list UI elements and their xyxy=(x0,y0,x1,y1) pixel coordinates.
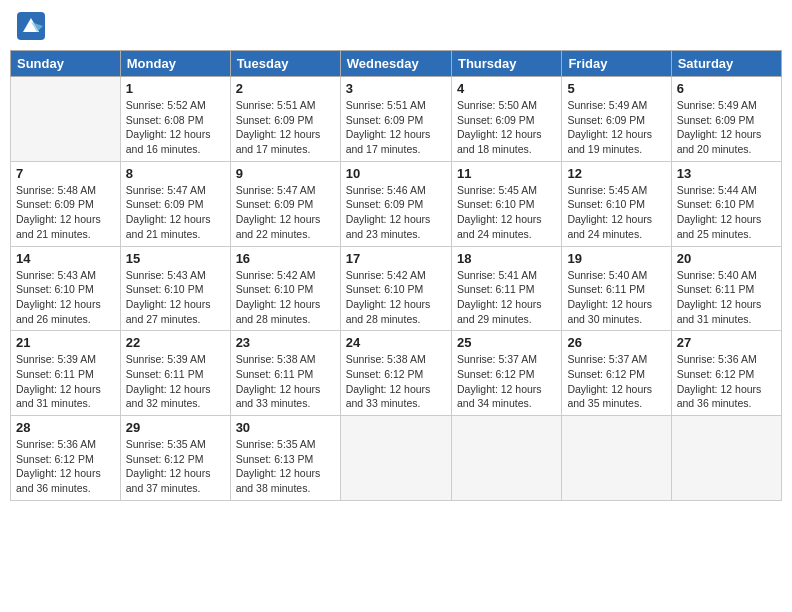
calendar-week-3: 14Sunrise: 5:43 AMSunset: 6:10 PMDayligh… xyxy=(11,246,782,331)
day-number: 15 xyxy=(126,251,225,266)
calendar-cell: 20Sunrise: 5:40 AMSunset: 6:11 PMDayligh… xyxy=(671,246,781,331)
calendar-cell: 14Sunrise: 5:43 AMSunset: 6:10 PMDayligh… xyxy=(11,246,121,331)
day-info: Sunrise: 5:36 AMSunset: 6:12 PMDaylight:… xyxy=(16,437,115,496)
day-number: 20 xyxy=(677,251,776,266)
calendar-week-5: 28Sunrise: 5:36 AMSunset: 6:12 PMDayligh… xyxy=(11,416,782,501)
calendar-cell: 22Sunrise: 5:39 AMSunset: 6:11 PMDayligh… xyxy=(120,331,230,416)
day-number: 2 xyxy=(236,81,335,96)
day-info: Sunrise: 5:36 AMSunset: 6:12 PMDaylight:… xyxy=(677,352,776,411)
day-info: Sunrise: 5:39 AMSunset: 6:11 PMDaylight:… xyxy=(126,352,225,411)
day-info: Sunrise: 5:43 AMSunset: 6:10 PMDaylight:… xyxy=(126,268,225,327)
day-number: 9 xyxy=(236,166,335,181)
day-number: 25 xyxy=(457,335,556,350)
calendar-cell: 3Sunrise: 5:51 AMSunset: 6:09 PMDaylight… xyxy=(340,77,451,162)
day-info: Sunrise: 5:49 AMSunset: 6:09 PMDaylight:… xyxy=(677,98,776,157)
day-number: 13 xyxy=(677,166,776,181)
day-info: Sunrise: 5:47 AMSunset: 6:09 PMDaylight:… xyxy=(126,183,225,242)
calendar-cell: 11Sunrise: 5:45 AMSunset: 6:10 PMDayligh… xyxy=(451,161,561,246)
day-info: Sunrise: 5:45 AMSunset: 6:10 PMDaylight:… xyxy=(457,183,556,242)
day-info: Sunrise: 5:52 AMSunset: 6:08 PMDaylight:… xyxy=(126,98,225,157)
calendar-cell: 27Sunrise: 5:36 AMSunset: 6:12 PMDayligh… xyxy=(671,331,781,416)
weekday-header-thursday: Thursday xyxy=(451,51,561,77)
weekday-header-monday: Monday xyxy=(120,51,230,77)
calendar-cell: 5Sunrise: 5:49 AMSunset: 6:09 PMDaylight… xyxy=(562,77,671,162)
day-number: 3 xyxy=(346,81,446,96)
calendar-cell: 13Sunrise: 5:44 AMSunset: 6:10 PMDayligh… xyxy=(671,161,781,246)
day-number: 1 xyxy=(126,81,225,96)
calendar-cell: 17Sunrise: 5:42 AMSunset: 6:10 PMDayligh… xyxy=(340,246,451,331)
calendar-cell xyxy=(671,416,781,501)
weekday-header-friday: Friday xyxy=(562,51,671,77)
calendar-cell: 26Sunrise: 5:37 AMSunset: 6:12 PMDayligh… xyxy=(562,331,671,416)
calendar-cell xyxy=(451,416,561,501)
weekday-header-sunday: Sunday xyxy=(11,51,121,77)
calendar-cell xyxy=(340,416,451,501)
day-number: 4 xyxy=(457,81,556,96)
calendar-cell: 21Sunrise: 5:39 AMSunset: 6:11 PMDayligh… xyxy=(11,331,121,416)
day-info: Sunrise: 5:44 AMSunset: 6:10 PMDaylight:… xyxy=(677,183,776,242)
calendar-cell: 29Sunrise: 5:35 AMSunset: 6:12 PMDayligh… xyxy=(120,416,230,501)
day-info: Sunrise: 5:35 AMSunset: 6:12 PMDaylight:… xyxy=(126,437,225,496)
day-number: 22 xyxy=(126,335,225,350)
day-info: Sunrise: 5:38 AMSunset: 6:11 PMDaylight:… xyxy=(236,352,335,411)
day-info: Sunrise: 5:46 AMSunset: 6:09 PMDaylight:… xyxy=(346,183,446,242)
day-info: Sunrise: 5:48 AMSunset: 6:09 PMDaylight:… xyxy=(16,183,115,242)
calendar-cell: 16Sunrise: 5:42 AMSunset: 6:10 PMDayligh… xyxy=(230,246,340,331)
calendar-week-4: 21Sunrise: 5:39 AMSunset: 6:11 PMDayligh… xyxy=(11,331,782,416)
day-number: 8 xyxy=(126,166,225,181)
logo-icon xyxy=(15,10,47,42)
day-number: 17 xyxy=(346,251,446,266)
page-header xyxy=(10,10,782,42)
calendar-cell: 12Sunrise: 5:45 AMSunset: 6:10 PMDayligh… xyxy=(562,161,671,246)
day-info: Sunrise: 5:42 AMSunset: 6:10 PMDaylight:… xyxy=(346,268,446,327)
day-number: 24 xyxy=(346,335,446,350)
calendar-cell: 6Sunrise: 5:49 AMSunset: 6:09 PMDaylight… xyxy=(671,77,781,162)
day-info: Sunrise: 5:50 AMSunset: 6:09 PMDaylight:… xyxy=(457,98,556,157)
calendar-cell xyxy=(11,77,121,162)
day-info: Sunrise: 5:37 AMSunset: 6:12 PMDaylight:… xyxy=(567,352,665,411)
weekday-header-wednesday: Wednesday xyxy=(340,51,451,77)
day-number: 23 xyxy=(236,335,335,350)
calendar-table: SundayMondayTuesdayWednesdayThursdayFrid… xyxy=(10,50,782,501)
calendar-cell: 2Sunrise: 5:51 AMSunset: 6:09 PMDaylight… xyxy=(230,77,340,162)
day-number: 26 xyxy=(567,335,665,350)
calendar-cell: 28Sunrise: 5:36 AMSunset: 6:12 PMDayligh… xyxy=(11,416,121,501)
calendar-cell: 1Sunrise: 5:52 AMSunset: 6:08 PMDaylight… xyxy=(120,77,230,162)
calendar-header-row: SundayMondayTuesdayWednesdayThursdayFrid… xyxy=(11,51,782,77)
calendar-cell: 23Sunrise: 5:38 AMSunset: 6:11 PMDayligh… xyxy=(230,331,340,416)
calendar-cell: 15Sunrise: 5:43 AMSunset: 6:10 PMDayligh… xyxy=(120,246,230,331)
day-info: Sunrise: 5:42 AMSunset: 6:10 PMDaylight:… xyxy=(236,268,335,327)
calendar-cell: 19Sunrise: 5:40 AMSunset: 6:11 PMDayligh… xyxy=(562,246,671,331)
day-info: Sunrise: 5:38 AMSunset: 6:12 PMDaylight:… xyxy=(346,352,446,411)
day-number: 18 xyxy=(457,251,556,266)
day-number: 6 xyxy=(677,81,776,96)
weekday-header-tuesday: Tuesday xyxy=(230,51,340,77)
day-info: Sunrise: 5:41 AMSunset: 6:11 PMDaylight:… xyxy=(457,268,556,327)
weekday-header-saturday: Saturday xyxy=(671,51,781,77)
day-info: Sunrise: 5:49 AMSunset: 6:09 PMDaylight:… xyxy=(567,98,665,157)
day-number: 7 xyxy=(16,166,115,181)
calendar-cell: 18Sunrise: 5:41 AMSunset: 6:11 PMDayligh… xyxy=(451,246,561,331)
day-info: Sunrise: 5:40 AMSunset: 6:11 PMDaylight:… xyxy=(677,268,776,327)
calendar-cell: 7Sunrise: 5:48 AMSunset: 6:09 PMDaylight… xyxy=(11,161,121,246)
calendar-cell: 4Sunrise: 5:50 AMSunset: 6:09 PMDaylight… xyxy=(451,77,561,162)
calendar-cell: 25Sunrise: 5:37 AMSunset: 6:12 PMDayligh… xyxy=(451,331,561,416)
day-info: Sunrise: 5:39 AMSunset: 6:11 PMDaylight:… xyxy=(16,352,115,411)
day-number: 11 xyxy=(457,166,556,181)
day-info: Sunrise: 5:47 AMSunset: 6:09 PMDaylight:… xyxy=(236,183,335,242)
day-info: Sunrise: 5:35 AMSunset: 6:13 PMDaylight:… xyxy=(236,437,335,496)
day-number: 28 xyxy=(16,420,115,435)
day-info: Sunrise: 5:37 AMSunset: 6:12 PMDaylight:… xyxy=(457,352,556,411)
day-number: 5 xyxy=(567,81,665,96)
day-number: 10 xyxy=(346,166,446,181)
day-number: 14 xyxy=(16,251,115,266)
day-number: 29 xyxy=(126,420,225,435)
calendar-cell: 9Sunrise: 5:47 AMSunset: 6:09 PMDaylight… xyxy=(230,161,340,246)
day-number: 21 xyxy=(16,335,115,350)
day-info: Sunrise: 5:40 AMSunset: 6:11 PMDaylight:… xyxy=(567,268,665,327)
calendar-week-2: 7Sunrise: 5:48 AMSunset: 6:09 PMDaylight… xyxy=(11,161,782,246)
day-number: 30 xyxy=(236,420,335,435)
day-info: Sunrise: 5:51 AMSunset: 6:09 PMDaylight:… xyxy=(236,98,335,157)
calendar-cell: 8Sunrise: 5:47 AMSunset: 6:09 PMDaylight… xyxy=(120,161,230,246)
calendar-cell: 24Sunrise: 5:38 AMSunset: 6:12 PMDayligh… xyxy=(340,331,451,416)
